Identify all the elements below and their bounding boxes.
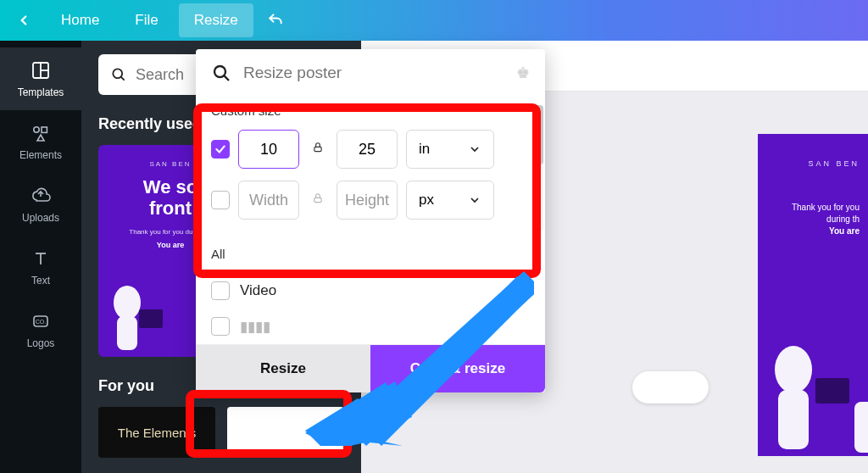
sidebar-item-label: Text [31,275,50,287]
undo-icon [267,12,284,29]
custom-size-row-2: px [211,181,530,220]
template-card[interactable]: The Elements [98,407,215,458]
uploads-icon [30,185,52,207]
svg-marker-5 [37,135,44,141]
sidebar-item-uploads[interactable]: Uploads [0,173,81,236]
resize-presets: All Video ▮▮▮▮ [196,238,545,344]
preset-checkbox[interactable] [211,317,230,336]
height-input[interactable] [337,181,398,220]
svg-rect-16 [778,390,809,449]
svg-rect-18 [854,402,868,453]
undo-button[interactable] [259,3,292,37]
crown-icon: ♚ [516,64,530,82]
custom-size-row-1: in [211,130,530,169]
sidebar-item-text[interactable]: Text [0,236,81,298]
all-label: All [211,247,530,261]
scrollbar[interactable] [535,105,543,231]
template-card[interactable] [227,407,344,458]
sidebar-item-logos[interactable]: CO. Logos [0,298,81,361]
sidebar-item-label: Templates [18,86,64,98]
svg-rect-21 [314,147,321,151]
canvas-floating-pill[interactable] [632,371,709,403]
svg-rect-14 [139,309,163,328]
elements-icon [30,122,52,144]
custom-size-label: Custom size [211,103,530,118]
svg-point-19 [214,66,225,77]
width-input[interactable] [238,130,299,169]
copy-and-resize-button[interactable]: Copy & resize [370,345,545,392]
search-icon [211,63,231,83]
poster-brand: SAN BEN [783,159,860,168]
preset-option-video[interactable]: Video [211,273,530,309]
chevron-left-icon [16,13,31,28]
resize-button[interactable]: Resize [196,345,370,392]
sidebar-item-label: Logos [27,337,55,349]
left-sidebar: Templates Elements Uploads Text CO. Logo… [0,41,81,473]
scrollbar-thumb[interactable] [535,105,543,164]
text-icon [30,248,52,270]
svg-line-20 [224,75,229,81]
size-checkbox[interactable] [211,191,230,209]
chevron-down-icon [468,193,481,207]
nav-home[interactable]: Home [46,3,114,37]
templates-icon [30,59,52,81]
top-navbar: Home File Resize [0,0,868,41]
svg-rect-13 [117,316,137,350]
svg-point-10 [113,69,122,78]
width-input[interactable] [238,181,299,220]
svg-rect-17 [815,378,849,403]
lock-icon[interactable] [308,192,328,209]
size-checkbox[interactable] [211,140,230,159]
check-icon [214,143,226,155]
sidebar-item-elements[interactable]: Elements [0,110,81,173]
preset-option[interactable]: ▮▮▮▮ [211,309,530,337]
svg-point-3 [34,127,39,132]
resize-search-row: ♚ [196,49,545,97]
unit-select[interactable]: in [406,130,494,169]
svg-rect-22 [314,198,321,202]
svg-point-12 [114,286,141,320]
resize-actions: Resize Copy & resize [196,344,545,392]
back-button[interactable] [7,3,41,37]
preset-checkbox[interactable] [211,281,230,300]
svg-point-15 [775,346,812,393]
poster-copy: Thank you for you during th You are [783,202,860,237]
resize-dropdown: ♚ Custom size in [196,49,545,392]
nav-resize[interactable]: Resize [179,3,253,37]
sidebar-item-label: Elements [19,149,62,161]
svg-rect-4 [42,127,47,132]
resize-search-input[interactable] [243,64,504,82]
canvas-page[interactable]: SAN BEN Thank you for you during th You … [758,134,868,456]
svg-text:CO.: CO. [36,319,47,325]
logos-icon: CO. [30,310,52,332]
lock-icon[interactable] [308,141,328,158]
search-icon [110,65,127,84]
svg-line-11 [121,77,125,81]
sidebar-item-label: Uploads [22,212,59,224]
poster-illustration [758,309,868,456]
nav-file[interactable]: File [120,3,173,37]
chevron-down-icon [468,142,481,156]
height-input[interactable] [337,130,398,169]
unit-select[interactable]: px [406,181,494,220]
sidebar-item-templates[interactable]: Templates [0,47,81,110]
